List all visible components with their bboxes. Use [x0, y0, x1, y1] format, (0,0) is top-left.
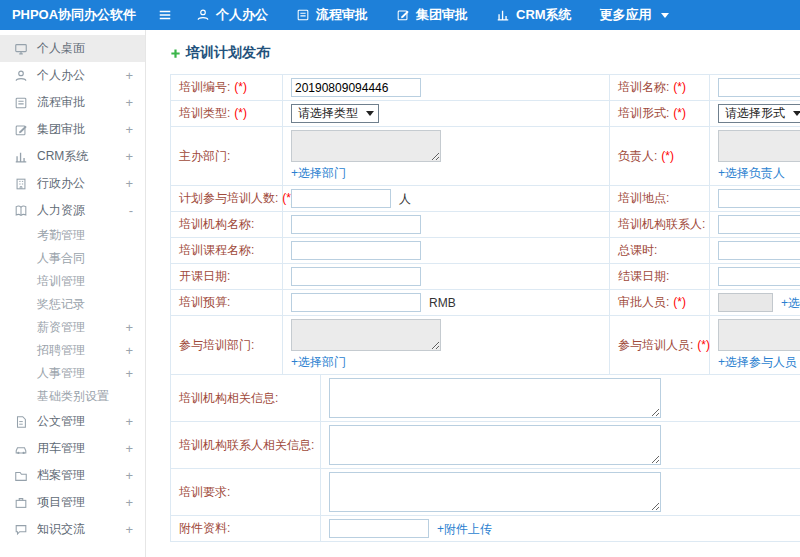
training-form-table: 培训编号:(*) 培训名称:(*) 培训类型:(*) 请选择类型 培训形式:(*… [170, 74, 800, 375]
participating-departments-textarea[interactable] [291, 319, 441, 351]
approver-input[interactable] [718, 293, 773, 312]
sidebar-item-label: 行政办公 [37, 175, 125, 192]
topnav-item-personal-office[interactable]: 个人办公 [182, 0, 282, 30]
training-form-select[interactable]: 请选择形式 [718, 104, 800, 123]
training-location-input[interactable] [718, 189, 800, 208]
training-requirements-label: 培训要求: [179, 485, 230, 499]
sidebar-item-admin-office[interactable]: 行政办公 + [0, 170, 145, 197]
sidebar-subitem-basic-category-settings[interactable]: 基础类别设置 [0, 385, 145, 408]
sidebar-item-human-resources[interactable]: 人力资源 - [0, 197, 145, 224]
sidebar-subitem-recruitment-management[interactable]: 招聘管理 + [0, 339, 145, 362]
training-name-input[interactable] [718, 78, 800, 97]
participating-personnel-textarea[interactable] [718, 319, 800, 351]
topnav-item-group-approval[interactable]: 集团审批 [382, 0, 482, 30]
budget-input[interactable] [291, 293, 421, 312]
required-mark: (*) [673, 106, 686, 120]
sidebar-item-archive-management[interactable]: 档案管理 + [0, 462, 145, 489]
course-name-label: 培训课程名称: [179, 243, 254, 257]
sidebar-subitem-salary-management[interactable]: 薪资管理 + [0, 316, 145, 339]
required-mark: (*) [673, 295, 686, 309]
required-mark: (*) [661, 149, 674, 163]
sidebar-item-label: 项目管理 [37, 494, 125, 511]
training-requirements-textarea[interactable] [329, 472, 661, 512]
edit-icon [396, 8, 410, 22]
select-department-link[interactable]: +选择部门 [291, 354, 346, 371]
training-number-input[interactable] [291, 78, 421, 97]
select-approver-link[interactable]: +选择审批人员 [781, 296, 800, 310]
form-row: 培训类型:(*) 请选择类型 培训形式:(*) 请选择形式 [171, 101, 800, 127]
total-hours-input[interactable] [718, 241, 800, 260]
sidebar-subitem-label: 招聘管理 [37, 342, 125, 359]
host-department-textarea[interactable] [291, 130, 441, 162]
institution-name-label: 培训机构名称: [179, 217, 254, 231]
expand-toggle: + [125, 522, 133, 537]
sidebar-subitem-label: 人事合同 [37, 250, 133, 267]
participant-count-input[interactable] [291, 189, 391, 208]
sidebar-item-process-approval[interactable]: 流程审批 + [0, 89, 145, 116]
form-row: 培训编号:(*) 培训名称:(*) [171, 75, 800, 101]
sidebar-item-label: 流程审批 [37, 94, 125, 111]
sidebar-subitem-personnel-contract[interactable]: 人事合同 [0, 247, 145, 270]
sidebar-item-project-management[interactable]: 项目管理 + [0, 489, 145, 516]
sidebar-item-document-management[interactable]: 公文管理 + [0, 408, 145, 435]
sidebar-item-label: 人力资源 [37, 202, 129, 219]
sidebar-item-vehicle-management[interactable]: 用车管理 + [0, 435, 145, 462]
sidebar-subitem-label: 薪资管理 [37, 319, 125, 336]
expand-toggle: + [125, 343, 133, 358]
expand-toggle: + [125, 95, 133, 110]
institution-info-textarea[interactable] [329, 378, 661, 418]
sidebar-item-label: 个人桌面 [37, 40, 133, 57]
topnav-item-crm-system[interactable]: CRM系统 [482, 0, 586, 30]
page-title-text: 培训计划发布 [186, 44, 270, 62]
expand-toggle: + [125, 122, 133, 137]
form-row: 参与培训部门: +选择部门 参与培训人员:(*) +选择参与人员 [171, 316, 800, 375]
topnav-item-more-apps[interactable]: 更多应用 [586, 0, 683, 30]
course-name-input[interactable] [291, 241, 421, 260]
sidebar-item-group-approval[interactable]: 集团审批 + [0, 116, 145, 143]
select-participants-link[interactable]: +选择参与人员 [718, 354, 797, 371]
sidebar-item-label: 用车管理 [37, 440, 125, 457]
attachment-input[interactable] [329, 519, 429, 538]
edit-icon [14, 123, 28, 137]
attachment-label: 附件资料: [179, 521, 230, 535]
institution-contact-info-textarea[interactable] [329, 425, 661, 465]
topnav-item-process-approval[interactable]: 流程审批 [282, 0, 382, 30]
participating-departments-label: 参与培训部门: [179, 338, 254, 352]
end-date-input[interactable] [718, 267, 800, 286]
start-date-input[interactable] [291, 267, 421, 286]
total-hours-label: 总课时: [618, 243, 657, 257]
expand-toggle: + [125, 176, 133, 191]
topnav-label: 流程审批 [316, 6, 368, 24]
institution-contact-input[interactable] [718, 215, 800, 234]
approver-label: 审批人员: [618, 295, 669, 309]
training-number-label: 培训编号: [179, 80, 230, 94]
chevron-down-icon [366, 111, 374, 116]
expand-toggle: + [125, 366, 133, 381]
expand-toggle: + [125, 68, 133, 83]
sidebar-item-knowledge-exchange[interactable]: 知识交流 + [0, 516, 145, 543]
training-type-select[interactable]: 请选择类型 [291, 104, 379, 123]
sidebar-subitem-attendance-management[interactable]: 考勤管理 [0, 224, 145, 247]
sidebar-item-personal-desktop[interactable]: 个人桌面 [0, 35, 145, 62]
sidebar-subitem-label: 考勤管理 [37, 227, 133, 244]
unit-label: 人 [399, 192, 411, 206]
form-row: 计划参与培训人数:(*) 人 培训地点: [171, 186, 800, 212]
sidebar-item-label: 知识交流 [37, 521, 125, 538]
building-icon [14, 177, 28, 191]
flow-icon [296, 8, 310, 22]
folder-icon [14, 469, 28, 483]
sidebar-subitem-reward-punishment[interactable]: 奖惩记录 [0, 293, 145, 316]
required-mark: (*) [234, 106, 247, 120]
form-row: 主办部门: +选择部门 负责人:(*) +选择负责人 [171, 127, 800, 186]
sidebar-subitem-training-management[interactable]: 培训管理 [0, 270, 145, 293]
sidebar-subitem-personnel-management[interactable]: 人事管理 + [0, 362, 145, 385]
select-leader-link[interactable]: +选择负责人 [718, 165, 785, 182]
form-row: 培训机构联系人相关信息: [171, 422, 800, 469]
attachment-upload-link[interactable]: +附件上传 [437, 522, 492, 536]
menu-toggle-button[interactable] [148, 0, 182, 30]
leader-textarea[interactable] [718, 130, 800, 162]
sidebar-item-personal-office[interactable]: 个人办公 + [0, 62, 145, 89]
select-department-link[interactable]: +选择部门 [291, 165, 346, 182]
sidebar-item-crm-system[interactable]: CRM系统 + [0, 143, 145, 170]
institution-name-input[interactable] [291, 215, 421, 234]
